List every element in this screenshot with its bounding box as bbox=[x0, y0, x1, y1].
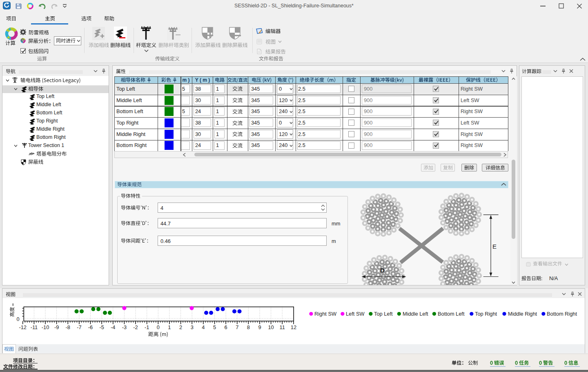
svg-text:Bottom Left: Bottom Left bbox=[438, 311, 465, 317]
svg-text:Top Right: Top Right bbox=[475, 311, 497, 317]
svg-text:Middle Right: Middle Right bbox=[508, 311, 537, 317]
svg-text:Middle Left: Middle Left bbox=[403, 311, 428, 317]
svg-text:Bottom Right: Bottom Right bbox=[547, 311, 577, 317]
svg-text:Left SW: Left SW bbox=[346, 311, 365, 317]
svg-text:Top Left: Top Left bbox=[374, 311, 393, 317]
svg-text:Right SW: Right SW bbox=[314, 311, 337, 317]
